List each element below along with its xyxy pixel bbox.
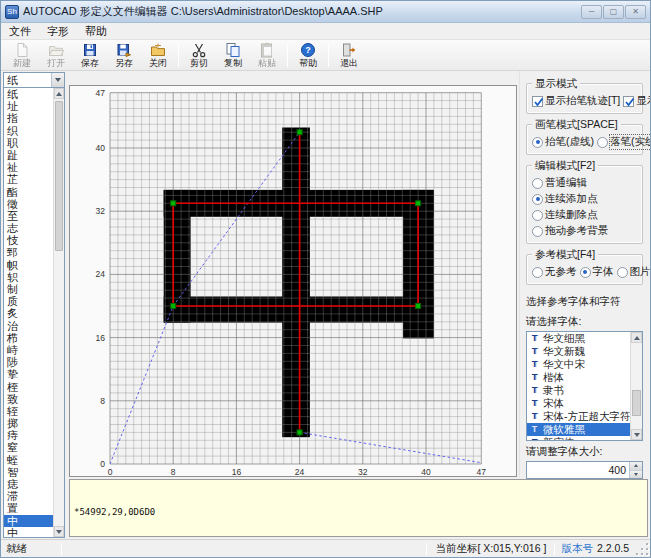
status-coordinates: 当前坐标[ X:015,Y:016 ] — [427, 542, 554, 556]
minimize-button[interactable]: ─ — [581, 5, 602, 19]
svg-text:8: 8 — [171, 467, 176, 477]
char-search-value[interactable]: 纸 — [4, 73, 51, 87]
resize-grip-icon[interactable] — [635, 542, 649, 556]
svg-text:0: 0 — [108, 467, 113, 477]
toolbar-button-open-folder: 打开 — [39, 41, 73, 70]
glyph-grid-canvas[interactable]: 008816162424323240404747 — [70, 86, 517, 477]
display-option-1[interactable]: 显示抬笔轨迹[T] — [532, 94, 620, 108]
toolbar-button-label: 复制 — [224, 58, 242, 68]
spinner-up-icon[interactable] — [630, 462, 642, 470]
radio-icon[interactable] — [532, 226, 543, 237]
window-controls: ─ ▢ ✕ — [581, 5, 646, 19]
toolbar-button-new-file: 新建 — [5, 41, 39, 70]
font-name: 华文新魏 — [543, 345, 585, 359]
font-list-item[interactable]: T楷体 — [527, 371, 642, 384]
char-search-combo[interactable]: 纸 — [3, 72, 65, 88]
toolbar-button-close-folder[interactable]: 关闭 — [141, 41, 175, 70]
ref-mode-option-3[interactable]: 图片 — [617, 265, 651, 279]
radio-icon[interactable] — [597, 137, 608, 148]
svg-text:16: 16 — [96, 333, 106, 343]
toolbar-button-save[interactable]: 保存 — [73, 41, 107, 70]
radio-icon[interactable] — [532, 267, 543, 278]
paste-icon — [259, 42, 275, 58]
svg-text:24: 24 — [96, 269, 106, 279]
radio-selected-icon[interactable] — [532, 194, 543, 205]
font-list-item[interactable]: T宋体-方正超大字符集 — [527, 410, 642, 423]
pen-mode-option-2[interactable]: 落笔(实线) — [597, 135, 651, 149]
display-option-label: 显示点[X] — [636, 94, 651, 108]
menu-item-2[interactable]: 字形 — [39, 23, 77, 40]
pen-mode-option-1[interactable]: 抬笔(虚线) — [532, 135, 594, 149]
font-size-value[interactable]: 400 — [527, 462, 629, 478]
scrollbar-thumb[interactable] — [55, 101, 63, 251]
edit-mode-option-2[interactable]: 连续添加点 — [532, 192, 598, 206]
radio-icon[interactable] — [532, 210, 543, 221]
toolbar-button-help[interactable]: ?帮助 — [291, 41, 325, 70]
toolbar-button-label: 另存 — [115, 58, 133, 68]
version-label[interactable]: 版本号 — [561, 542, 593, 556]
help-icon: ? — [300, 42, 316, 58]
edit-mode-group: 编辑模式[F2] 普通编辑连续添加点连续删除点拖动参考背景 — [526, 165, 643, 244]
char-sidebar: 纸 纸址指织职趾祉芷酯徵至志忮郅帜轵制质炙治栉峙陟挚桎致轾掷痔窒蛭智痣滞置中中 — [1, 71, 67, 539]
edit-mode-option-1[interactable]: 普通编辑 — [532, 176, 587, 190]
scroll-up-icon[interactable] — [54, 88, 64, 99]
scroll-up-icon[interactable] — [631, 332, 642, 343]
svg-text:40: 40 — [421, 467, 431, 477]
group-title: 参考模式[F4] — [532, 248, 598, 262]
scrollbar-thumb[interactable] — [632, 390, 641, 416]
app-icon: Sh — [5, 5, 19, 19]
truetype-font-icon: T — [529, 437, 540, 441]
ref-mode-option-label: 图片 — [630, 265, 651, 279]
group-title: 显示模式 — [532, 77, 580, 91]
main-area: 纸 纸址指织职趾祉芷酯徵至志忮郅帜轵制质炙治栉峙陟挚桎致轾掷痔窒蛭智痣滞置中中 … — [1, 71, 650, 539]
svg-text:32: 32 — [358, 467, 368, 477]
toolbar-button-label: 退出 — [340, 58, 358, 68]
font-list-item[interactable]: T华文细黑 — [527, 332, 642, 345]
font-name: 宋体 — [543, 397, 564, 411]
toolbar-button-cut[interactable]: 剪切 — [182, 41, 216, 70]
radio-icon[interactable] — [532, 178, 543, 189]
menu-item-3[interactable]: 帮助 — [77, 23, 115, 40]
font-list-item[interactable]: T宋体 — [527, 397, 642, 410]
ref-mode-option-1[interactable]: 无参考 — [532, 265, 577, 279]
toolbar-button-label: 新建 — [13, 58, 31, 68]
scroll-down-icon[interactable] — [631, 429, 642, 440]
font-list-item[interactable]: T新宋体 — [527, 436, 642, 441]
font-size-spinner[interactable]: 400 — [526, 461, 643, 479]
edit-mode-option-4[interactable]: 拖动参考背景 — [532, 224, 608, 238]
toolbar-button-copy[interactable]: 复制 — [216, 41, 250, 70]
close-button[interactable]: ✕ — [625, 5, 646, 19]
char-list-scrollbar[interactable] — [53, 88, 64, 537]
font-list-scrollbar[interactable] — [630, 332, 642, 440]
menu-item-1[interactable]: 文件 — [1, 23, 39, 40]
spinner-down-icon[interactable] — [630, 470, 642, 479]
glyph-canvas-panel[interactable]: 008816162424323240404747 — [69, 85, 517, 477]
radio-icon[interactable] — [617, 267, 628, 278]
display-option-2[interactable]: 显示点[X] — [623, 94, 651, 108]
center-column: 008816162424323240404747 显示模式 显示抬笔轨迹[T]显… — [67, 71, 650, 539]
checkbox-checked-icon[interactable] — [623, 96, 634, 107]
ref-mode-option-label: 字体 — [593, 265, 614, 279]
font-list-item[interactable]: T隶书 — [527, 384, 642, 397]
font-list-item[interactable]: T华文新魏 — [527, 345, 642, 358]
combo-dropdown-button[interactable] — [51, 73, 64, 87]
toolbar-button-label: 剪切 — [190, 58, 208, 68]
svg-text:?: ? — [305, 45, 311, 55]
checkbox-checked-icon[interactable] — [532, 96, 543, 107]
radio-selected-icon[interactable] — [580, 267, 591, 278]
status-version: 版本号 2.2.0.5 — [555, 542, 635, 556]
svg-text:8: 8 — [100, 396, 105, 406]
maximize-button[interactable]: ▢ — [603, 5, 624, 19]
scroll-down-icon[interactable] — [54, 526, 64, 537]
font-name: 华文中宋 — [543, 358, 585, 372]
edit-mode-option-3[interactable]: 连续删除点 — [532, 208, 598, 222]
radio-selected-icon[interactable] — [532, 137, 543, 148]
toolbar-button-exit[interactable]: 退出 — [332, 41, 366, 70]
font-list-item[interactable]: T华文中宋 — [527, 358, 642, 371]
toolbar-button-save-as[interactable]: 另存 — [107, 41, 141, 70]
toolbar-button-label: 保存 — [81, 58, 99, 68]
truetype-font-icon: T — [529, 359, 540, 370]
ref-mode-option-2[interactable]: 字体 — [580, 265, 614, 279]
font-list-item-selected[interactable]: T微软雅黑 — [527, 423, 642, 436]
shape-code-editor[interactable]: *54992,29,0D6D0 2,8,(8,20),1,9,(0,13),(3… — [69, 479, 648, 537]
